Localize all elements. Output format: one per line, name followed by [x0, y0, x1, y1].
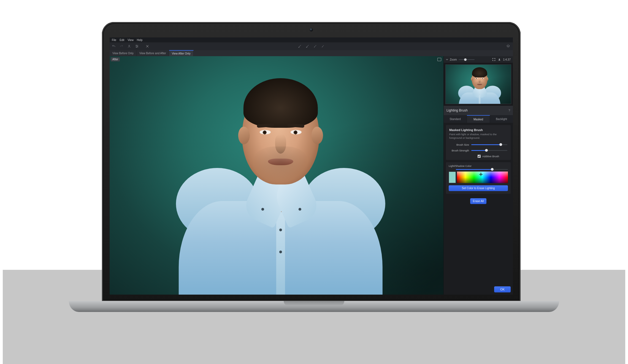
layers-icon[interactable]	[506, 44, 511, 49]
brush-tool-1-icon[interactable]	[297, 44, 302, 49]
additive-brush-label: Additive Brush	[482, 155, 499, 158]
tab-masked[interactable]: Masked	[467, 115, 490, 123]
brush-subheading: Masked Lighting Brush	[449, 128, 507, 132]
sliders-icon[interactable]	[134, 44, 139, 49]
ok-button[interactable]: OK	[494, 286, 511, 292]
close-icon[interactable]	[145, 44, 150, 49]
fullscreen-icon[interactable]	[437, 58, 441, 61]
tab-view-before-and-after[interactable]: View Before and After	[137, 50, 169, 56]
help-icon[interactable]: ?	[508, 109, 510, 112]
set-erase-color-button[interactable]: Set Color to Erase Lighting	[449, 185, 508, 191]
right-panel: Zoom 1:4.37	[443, 56, 513, 295]
brush-tool-4-icon[interactable]	[320, 44, 325, 49]
fit-screen-icon[interactable]	[492, 58, 496, 61]
tab-view-before-only[interactable]: View Before Only	[110, 50, 137, 56]
panel-title: Lighting Brush	[446, 108, 468, 112]
menubar: File Edit View Help	[110, 37, 513, 42]
brush-strength-slider[interactable]	[471, 150, 507, 151]
brush-description: Paint with light or shadow, masked to th…	[449, 133, 507, 140]
zoom-ratio: 1:4.37	[503, 58, 511, 61]
brush-tool-3-icon[interactable]	[313, 44, 318, 49]
redo-icon[interactable]	[119, 44, 124, 49]
tab-standard[interactable]: Standard	[444, 115, 467, 123]
chevron-down-icon[interactable]	[446, 58, 448, 61]
color-section: Light/Shadow Color Set Color to Erase Li…	[446, 162, 511, 194]
zoom-label: Zoom	[450, 58, 457, 61]
svg-point-2	[137, 46, 138, 47]
canvas[interactable]: After	[110, 56, 443, 295]
navigator-preview[interactable]	[444, 63, 513, 106]
erase-all-button[interactable]: Erase All	[470, 198, 486, 204]
tab-view-after-only[interactable]: View After Only	[169, 50, 194, 56]
menu-edit[interactable]: Edit	[120, 39, 124, 42]
svg-point-1	[136, 45, 137, 46]
zoom-slider[interactable]	[459, 59, 475, 60]
photo-subject	[179, 69, 383, 295]
svg-point-0	[129, 45, 130, 46]
brush-settings: Masked Lighting Brush Paint with light o…	[446, 125, 511, 160]
view-mode-tabs: View Before Only View Before and After V…	[110, 50, 513, 56]
brush-size-label: Brush Size	[449, 143, 469, 146]
menu-help[interactable]: Help	[137, 39, 143, 42]
panel-title-bar: Lighting Brush ?	[444, 106, 513, 115]
menu-view[interactable]: View	[128, 39, 134, 42]
color-swatch[interactable]	[449, 172, 456, 183]
footer: OK	[444, 284, 513, 295]
person-icon[interactable]	[127, 44, 132, 49]
color-luminance-slider[interactable]	[456, 169, 508, 170]
hue-picker[interactable]	[457, 172, 508, 183]
svg-point-4	[499, 59, 500, 59]
menu-file[interactable]: File	[112, 39, 116, 42]
brush-strength-label: Brush Strength	[449, 149, 469, 152]
face-fit-icon[interactable]	[497, 58, 501, 61]
additive-brush-checkbox[interactable]	[478, 155, 481, 158]
undo-icon[interactable]	[111, 44, 116, 49]
toolbar	[110, 42, 513, 50]
brush-size-slider[interactable]	[471, 144, 507, 145]
hue-crosshair-icon	[479, 173, 483, 176]
brush-mode-tabs: Standard Masked Backlight	[444, 115, 513, 123]
svg-point-3	[136, 47, 137, 48]
zoom-bar: Zoom 1:4.37	[444, 56, 513, 63]
tab-backlight[interactable]: Backlight	[490, 115, 513, 123]
canvas-state-badge: After	[111, 57, 120, 61]
brush-tool-2-icon[interactable]	[305, 44, 310, 49]
color-label: Light/Shadow Color	[449, 164, 508, 167]
